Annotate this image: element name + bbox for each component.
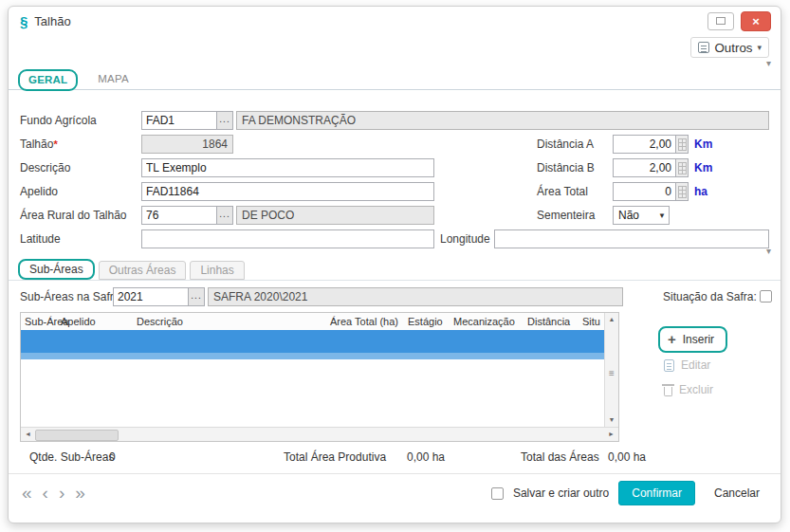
fundo-agricola-lookup-button[interactable]: ... — [216, 111, 233, 130]
col-distancia[interactable]: Distância — [527, 313, 570, 330]
calculator-icon[interactable] — [675, 158, 689, 177]
required-mark: * — [53, 138, 57, 150]
selected-row-edge — [21, 353, 604, 359]
produtiva-label: Total Área Produtiva — [284, 449, 386, 466]
window-title: Talhão — [34, 14, 70, 28]
distancia-a-unit: Km — [694, 135, 712, 154]
area-rural-lookup: ... — [141, 206, 233, 225]
excluir-button[interactable]: Excluir — [664, 378, 713, 401]
app-icon: § — [20, 13, 28, 29]
scroll-left-icon[interactable]: ◄ — [21, 428, 35, 441]
dropdown-arrow-icon: ▼ — [655, 211, 669, 220]
area-total-input[interactable] — [613, 182, 675, 201]
trash-icon — [664, 387, 672, 396]
tab-mapa[interactable]: MAPA — [89, 70, 138, 89]
col-situacao[interactable]: Situ — [582, 313, 600, 330]
cancelar-button[interactable]: Cancelar — [705, 482, 769, 504]
produtiva-value: 0,00 ha — [407, 449, 445, 466]
close-button[interactable]: × — [741, 11, 771, 31]
grid-header: Sub-Área Apelido Descrição Área Total (h… — [21, 313, 604, 331]
talhao-label: Talhão* — [20, 135, 58, 154]
descricao-label: Descrição — [20, 158, 70, 177]
calculator-icon[interactable] — [675, 182, 689, 201]
col-area-total[interactable]: Área Total (ha) — [330, 313, 398, 330]
talhao-window: § Talhão × Outros ▾ ▾ GERAL MAPA Fundo A… — [8, 6, 781, 523]
outros-label: Outros — [714, 41, 752, 55]
scroll-right-icon[interactable]: ► — [604, 428, 618, 441]
horizontal-scrollbar[interactable]: ◄ ► — [21, 427, 618, 441]
list-icon — [698, 42, 709, 53]
latitude-input[interactable] — [141, 229, 434, 248]
restore-button[interactable] — [707, 12, 734, 30]
nav-last-icon[interactable]: » — [75, 482, 85, 504]
total-areas-label: Total das Áreas — [521, 449, 599, 466]
fundo-agricola-input[interactable] — [141, 111, 216, 130]
vertical-scrollbar[interactable]: ▲ ≡ ▼ — [604, 313, 618, 427]
safra-input[interactable] — [113, 287, 188, 306]
col-estagio[interactable]: Estágio — [408, 313, 443, 330]
tab-geral[interactable]: GERAL — [18, 69, 78, 91]
safra-label: Sub-Áreas na Safra — [20, 287, 119, 306]
distancia-b-label: Distância B — [537, 158, 595, 177]
nav-next-icon[interactable]: › — [59, 482, 64, 504]
outros-button[interactable]: Outros ▾ — [690, 37, 769, 58]
excluir-label: Excluir — [679, 383, 713, 396]
safra-lookup-button[interactable]: ... — [188, 287, 205, 306]
scroll-up-icon[interactable]: ▲ — [605, 313, 618, 326]
sementeira-value: Não — [614, 209, 655, 222]
area-total-label: Área Total — [537, 182, 588, 201]
fundo-agricola-lookup: ... — [141, 111, 233, 130]
selected-row[interactable] — [21, 330, 604, 353]
fundo-agricola-name: FA DEMONSTRAÇÃO — [236, 111, 769, 130]
subtab-strip-line — [9, 280, 781, 281]
situacao-checkbox[interactable] — [760, 290, 772, 303]
editar-label: Editar — [681, 358, 710, 372]
confirmar-button[interactable]: Confirmar — [618, 481, 695, 505]
inserir-button[interactable]: + Inserir — [658, 326, 727, 353]
longitude-input[interactable] — [494, 229, 769, 248]
inserir-label: Inserir — [683, 333, 714, 346]
col-mecanizacao[interactable]: Mecanização — [453, 313, 515, 330]
distancia-a-input[interactable] — [613, 135, 675, 154]
hscroll-thumb[interactable] — [35, 430, 119, 441]
fundo-agricola-label: Fundo Agrícola — [20, 111, 97, 130]
footer-separator — [9, 473, 781, 474]
nav-prev-icon[interactable]: ‹ — [43, 482, 48, 504]
distancia-a-field — [613, 135, 689, 154]
calculator-icon[interactable] — [675, 135, 689, 154]
qtde-label: Qtde. Sub-Áreas — [29, 449, 114, 466]
sementeira-select[interactable]: Não ▼ — [613, 206, 670, 225]
area-total-field — [613, 182, 689, 201]
col-descricao[interactable]: Descrição — [137, 313, 183, 330]
salvar-criar-outro-checkbox[interactable] — [491, 487, 504, 500]
qtde-value: 0 — [109, 449, 116, 466]
salvar-criar-outro-label: Salvar e criar outro — [513, 486, 609, 500]
safra-name: SAFRA 2020\2021 — [208, 287, 623, 306]
distancia-b-input[interactable] — [613, 158, 675, 177]
editar-button[interactable]: Editar — [664, 354, 710, 376]
apelido-label: Apelido — [20, 182, 58, 201]
distancia-b-field — [613, 158, 689, 177]
subtab-sub-areas[interactable]: Sub-Áreas — [18, 259, 95, 280]
subareas-grid: Sub-Área Apelido Descrição Área Total (h… — [20, 312, 619, 442]
scroll-grip-icon[interactable]: ≡ — [605, 368, 618, 379]
distancia-b-unit: Km — [694, 158, 712, 177]
talhao-label-text: Talhão — [20, 138, 53, 151]
footer-actions: Salvar e criar outro Confirmar Cancelar — [491, 481, 769, 505]
safra-lookup: ... — [113, 287, 205, 306]
sementeira-label: Sementeira — [537, 206, 595, 225]
nav-first-icon[interactable]: « — [22, 482, 32, 504]
col-apelido[interactable]: Apelido — [61, 313, 96, 330]
scroll-down-icon[interactable]: ▼ — [605, 413, 618, 427]
subtab-linhas[interactable]: Linhas — [190, 261, 244, 280]
area-rural-input[interactable] — [141, 206, 216, 225]
area-rural-label: Área Rural do Talhão — [20, 206, 127, 225]
descricao-input[interactable] — [141, 158, 434, 177]
subtab-outras-areas[interactable]: Outras Áreas — [99, 261, 187, 280]
apelido-input[interactable] — [141, 182, 434, 201]
area-rural-lookup-button[interactable]: ... — [216, 206, 233, 225]
plus-icon: + — [668, 333, 676, 346]
collapse-subarea-icon[interactable]: ▾ — [766, 246, 771, 256]
edit-icon — [664, 359, 674, 372]
area-rural-name: DE POCO — [236, 206, 434, 225]
